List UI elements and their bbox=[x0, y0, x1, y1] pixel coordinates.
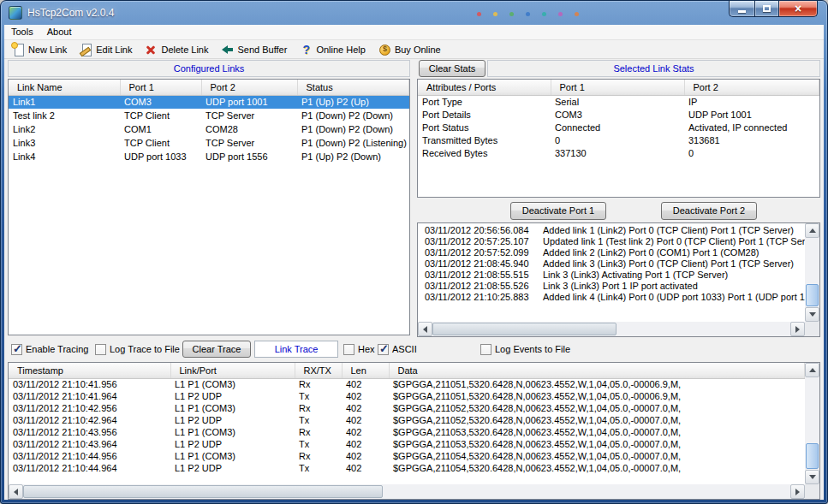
delete-link-button[interactable]: Delete Link bbox=[140, 42, 215, 57]
trace-table: Timestamp Link/Port RX/TX Len Data 03/11… bbox=[8, 362, 820, 500]
delete-link-icon bbox=[144, 43, 158, 56]
scroll-up-button[interactable] bbox=[805, 223, 819, 238]
col-port1[interactable]: Port 1 bbox=[120, 80, 201, 95]
glass-dot bbox=[542, 12, 546, 16]
clear-trace-button[interactable]: Clear Trace bbox=[182, 341, 251, 358]
send-buffer-button[interactable]: Send Buffer bbox=[217, 42, 295, 57]
scrollbar-corner bbox=[805, 484, 819, 499]
trace-row[interactable]: 03/11/2012 21:10:42.956 L1 P1 (COM3) Rx … bbox=[9, 402, 805, 414]
col-data[interactable]: Data bbox=[389, 363, 805, 378]
edit-link-icon bbox=[79, 43, 92, 56]
col-port2[interactable]: Port 2 bbox=[201, 80, 297, 95]
event-log-entry[interactable]: 03/11/2012 21:08:55.515Link 3 (Link3) Ac… bbox=[418, 270, 805, 281]
event-log-entry[interactable]: 03/11/2012 20:56:56.084Added link 1 (Lin… bbox=[418, 225, 805, 236]
event-log-entry[interactable]: 03/11/2012 21:08:45.940Added link 3 (Lin… bbox=[418, 258, 805, 270]
trace-header-row: Timestamp Link/Port RX/TX Len Data bbox=[9, 363, 805, 378]
client-area: ToolsAbout New Link Edit Link Delete Lin… bbox=[4, 25, 824, 500]
stats-row: Transmitted Bytes 0 313681 bbox=[418, 133, 819, 146]
col-stats-port2[interactable]: Port 2 bbox=[684, 80, 819, 95]
col-attributes-ports[interactable]: Attributes / Ports bbox=[418, 80, 551, 95]
scroll-left-button[interactable] bbox=[9, 484, 23, 499]
col-len[interactable]: Len bbox=[342, 363, 389, 378]
scroll-down-button[interactable] bbox=[805, 307, 819, 322]
scroll-thumb[interactable] bbox=[806, 284, 819, 306]
ascii-checkbox[interactable] bbox=[378, 344, 389, 355]
glass-dot bbox=[526, 12, 530, 16]
maximize-button[interactable] bbox=[754, 1, 778, 17]
clear-stats-button[interactable]: Clear Stats bbox=[419, 60, 485, 77]
online-help-icon bbox=[299, 43, 313, 56]
event-log-vscrollbar[interactable] bbox=[805, 223, 819, 322]
arrow-down-icon bbox=[809, 475, 816, 479]
tools-menu[interactable]: Tools bbox=[4, 25, 40, 39]
event-log-entry[interactable]: 03/11/2012 20:57:25.107Updated link 1 (T… bbox=[418, 236, 805, 247]
trace-row[interactable]: 03/11/2012 21:10:43.964 L1 P2 UDP Tx 402… bbox=[9, 438, 805, 450]
deactivate-port2-button[interactable]: Deactivate Port 2 bbox=[661, 202, 757, 220]
col-timestamp[interactable]: Timestamp bbox=[9, 363, 170, 378]
selected-link-stats-header: Selected Link Stats bbox=[487, 60, 820, 77]
trace-row[interactable]: 03/11/2012 21:10:43.956 L1 P1 (COM3) Rx … bbox=[9, 426, 805, 438]
log-trace-to-file-checkbox[interactable] bbox=[95, 344, 106, 355]
menu-bar: ToolsAbout bbox=[4, 25, 824, 40]
trace-hscrollbar[interactable] bbox=[9, 484, 805, 499]
hex-checkbox[interactable] bbox=[343, 344, 354, 355]
link-row[interactable]: Link4 UDP port 1033 UDP port 1556 P1 (Up… bbox=[9, 150, 409, 163]
buy-online-button[interactable]: Buy Online bbox=[374, 42, 448, 57]
link-row[interactable]: Link3 TCP Client TCP Server P1 (Down) P2… bbox=[9, 136, 409, 150]
scroll-left-button[interactable] bbox=[418, 322, 432, 336]
selected-link-stats-title: Selected Link Stats bbox=[613, 63, 694, 74]
new-link-button[interactable]: New Link bbox=[8, 42, 74, 57]
window-title: HsTcp2Com v2.0.4 bbox=[27, 7, 114, 19]
event-log-entry[interactable]: 03/11/2012 21:08:55.526Link 3 (Link3) Po… bbox=[418, 281, 805, 292]
enable-tracing-checkbox[interactable] bbox=[11, 344, 22, 355]
titlebar[interactable]: HsTcp2Com v2.0.4 × bbox=[1, 1, 827, 25]
edit-link-button[interactable]: Edit Link bbox=[75, 42, 139, 57]
glass-dot bbox=[477, 12, 481, 16]
col-link-name[interactable]: Link Name bbox=[9, 80, 120, 95]
arrow-down-icon bbox=[809, 312, 816, 317]
glass-dot bbox=[509, 12, 514, 16]
scroll-down-button[interactable] bbox=[805, 470, 819, 484]
scroll-right-button[interactable] bbox=[790, 322, 805, 336]
trace-row[interactable]: 03/11/2012 21:10:41.964 L1 P2 UDP Tx 402… bbox=[9, 390, 805, 402]
ascii-label: ASCII bbox=[392, 344, 417, 354]
trace-row[interactable]: 03/11/2012 21:10:42.964 L1 P2 UDP Tx 402… bbox=[9, 414, 805, 426]
col-stats-port1[interactable]: Port 1 bbox=[551, 80, 684, 95]
configured-links-table: Link Name Port 1 Port 2 Status Link1 COM… bbox=[8, 79, 410, 335]
log-events-to-file-checkbox[interactable] bbox=[480, 344, 491, 355]
links-header-row: Link Name Port 1 Port 2 Status bbox=[9, 80, 409, 95]
scroll-thumb[interactable] bbox=[806, 443, 819, 469]
trace-row[interactable]: 03/11/2012 21:10:44.964 L1 P2 UDP Tx 402… bbox=[9, 462, 805, 474]
app-window: HsTcp2Com v2.0.4 × ToolsAbout New Link bbox=[0, 0, 828, 504]
col-rx-tx[interactable]: RX/TX bbox=[295, 363, 342, 378]
scroll-thumb[interactable] bbox=[23, 485, 383, 498]
configured-links-title: Configured Links bbox=[174, 63, 245, 74]
titlebar-glass-artifacts bbox=[477, 8, 591, 15]
trace-row[interactable]: 03/11/2012 21:10:44.956 L1 P1 (COM3) Rx … bbox=[9, 450, 805, 462]
event-log-entry[interactable]: 03/11/2012 20:57:52.099Added link 2 (Lin… bbox=[418, 247, 805, 258]
new-link-icon bbox=[11, 43, 25, 56]
col-link-port[interactable]: Link/Port bbox=[170, 363, 295, 378]
event-log-entry[interactable]: 03/11/2012 21:10:25.883Added link 4 (Lin… bbox=[418, 292, 805, 303]
scroll-thumb[interactable] bbox=[432, 323, 617, 335]
link-row[interactable]: Test link 2 TCP Client TCP Server P1 (Do… bbox=[9, 109, 409, 122]
about-menu[interactable]: About bbox=[40, 25, 79, 39]
app-icon bbox=[9, 6, 22, 20]
glass-dot bbox=[558, 12, 563, 16]
link-row[interactable]: Link2 COM1 COM28 P1 (Down) P2 (Down) bbox=[9, 122, 409, 136]
minimize-button[interactable] bbox=[729, 1, 754, 17]
link-row[interactable]: Link1 COM3 UDP port 1001 P1 (Up) P2 (Up) bbox=[9, 95, 409, 109]
event-log-hscrollbar[interactable] bbox=[418, 322, 805, 336]
col-status[interactable]: Status bbox=[297, 80, 409, 95]
scroll-up-button[interactable] bbox=[805, 363, 819, 377]
scroll-right-button[interactable] bbox=[790, 484, 805, 499]
deactivate-port1-button[interactable]: Deactivate Port 1 bbox=[510, 202, 606, 220]
trace-vscrollbar[interactable] bbox=[805, 363, 819, 484]
stats-row: Port Details COM3 UDP Port 1001 bbox=[418, 108, 819, 121]
toolbar: New Link Edit Link Delete Link Send Buff… bbox=[4, 40, 824, 59]
online-help-button[interactable]: Online Help bbox=[295, 42, 372, 57]
glass-dot bbox=[493, 12, 497, 16]
event-log: 03/11/2012 20:56:56.084Added link 1 (Lin… bbox=[417, 222, 820, 337]
close-button[interactable]: × bbox=[778, 1, 818, 17]
trace-row[interactable]: 03/11/2012 21:10:41.956 L1 P1 (COM3) Rx … bbox=[9, 378, 805, 390]
